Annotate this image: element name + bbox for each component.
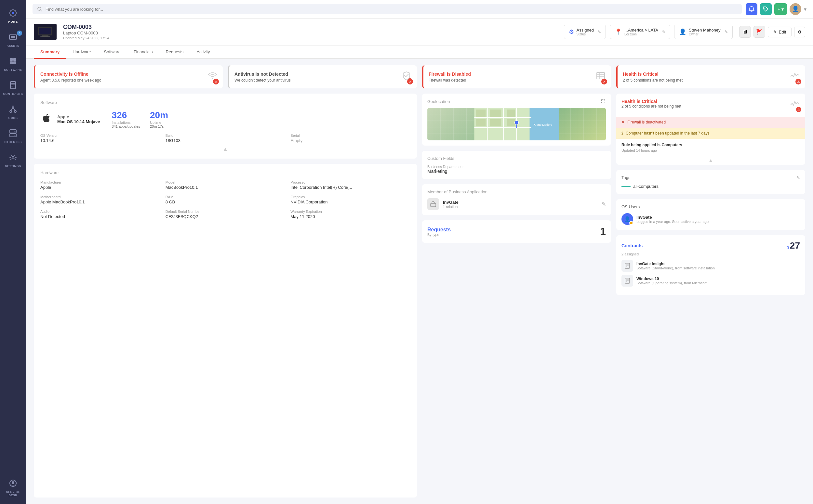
tab-hardware[interactable]: Hardware	[66, 45, 97, 59]
tab-financials[interactable]: Financials	[127, 45, 159, 59]
status-edit-icon[interactable]: ✎	[598, 30, 601, 34]
tags-edit-icon[interactable]: ✎	[796, 175, 800, 180]
sw-serial: Serial Empty	[290, 134, 410, 143]
user-menu-arrow[interactable]: ▾	[804, 6, 807, 12]
sidebar-item-software[interactable]: SOFTWARE	[0, 52, 26, 75]
add-button[interactable]: + ▾	[774, 3, 787, 15]
connectivity-title: Connectivity is Offline	[40, 71, 101, 77]
health-alert-update: ℹ Computer hasn't been updated in the la…	[616, 128, 805, 139]
connectivity-badge: ✕	[213, 79, 219, 84]
sw-serial-value: Empty	[290, 138, 410, 143]
connectivity-icon: ✕	[207, 71, 218, 83]
settings-button[interactable]: ⚙	[794, 27, 805, 37]
cmdb-icon	[7, 103, 19, 115]
assets-badge: 5	[17, 31, 22, 36]
sw-uptime: 20m Uptime 20m 17s	[150, 110, 168, 128]
sidebar-item-contracts-label: CONTRACTS	[3, 92, 23, 96]
contract-desc-0: Software (Stand-alone), from software in…	[637, 266, 715, 270]
sidebar-item-assets[interactable]: 5 ASSETS	[0, 28, 26, 51]
hw-grid: Manufacturer Apple Model MacBookPro10,1 …	[40, 180, 410, 219]
user-avatar-icon: 👤	[622, 213, 633, 225]
svg-rect-40	[597, 72, 604, 79]
sw-uptime-count: 20m	[150, 110, 168, 121]
health-alert-firewall: ✕ Firewall is deactivated	[616, 117, 805, 128]
health-rule-name: Computers	[662, 143, 682, 147]
req-header: Requests By type 1	[427, 226, 606, 238]
tab-software[interactable]: Software	[97, 45, 127, 59]
sidebar-item-settings-label: SETTINGS	[5, 164, 21, 168]
svg-rect-9	[10, 58, 13, 61]
search-input[interactable]	[45, 7, 738, 12]
sidebar-item-contracts[interactable]: CONTRACTS	[0, 76, 26, 99]
sidebar-item-service-desk-label: SERVICE DESK	[3, 490, 23, 497]
svg-point-19	[14, 110, 16, 112]
hw-serial-value: CF2J3FSQCKQ2	[165, 214, 286, 219]
ba-relations: 1 relation	[443, 205, 458, 209]
svg-point-36	[212, 78, 213, 79]
hw-audio-label: Audio	[40, 210, 160, 213]
sw-vendor: Apple	[57, 114, 100, 119]
notification-button[interactable]	[746, 3, 757, 15]
svg-point-31	[765, 8, 766, 9]
ou-description: Logged in a year ago. Seen active a year…	[637, 220, 710, 224]
hw-graphics-value: NVIDIA Corporation	[290, 200, 410, 204]
svg-rect-54	[490, 119, 501, 126]
antivirus-desc: We couldn't detect your antivirus	[235, 78, 291, 83]
sidebar-item-home-label: HOME	[8, 20, 18, 23]
connectivity-desc: Agent 3.5.0 reported one week ago	[40, 78, 101, 83]
geo-section: Geolocation	[422, 94, 611, 146]
health-rule: Rule being applied is Computers Updated …	[616, 139, 805, 156]
software-collapse[interactable]: ▲	[40, 146, 410, 152]
custom-fields-title: Custom Fields	[427, 156, 606, 161]
sidebar-item-cmdb[interactable]: CMDB	[0, 100, 26, 123]
hw-processor-label: Processor	[290, 180, 410, 184]
health-panel-badge: ⚠	[796, 107, 801, 112]
sw-stats: 326 Installations 341 apps/updates 20m U…	[112, 110, 168, 128]
health-collapse[interactable]: ▲	[616, 156, 805, 165]
search-box[interactable]	[32, 4, 742, 14]
status-tag[interactable]: ⚙ Assigned Status ✎	[564, 25, 606, 39]
settings-icon	[7, 151, 19, 163]
connectivity-text: Connectivity is Offline Agent 3.5.0 repo…	[40, 71, 101, 83]
contract-info-0: InvGate Insight Software (Stand-alone), …	[637, 262, 715, 270]
antivirus-card: Antivirus is not Detected We couldn't de…	[228, 65, 417, 88]
sidebar-item-settings[interactable]: SETTINGS	[0, 148, 26, 171]
topbar: + ▾ 👤 ▾	[26, 0, 813, 19]
sidebar-item-assets-label: ASSETS	[6, 44, 19, 47]
software-icon	[7, 55, 19, 67]
antivirus-icon: ✕	[401, 71, 412, 83]
contracts-icon	[7, 79, 19, 91]
location-label: Location	[625, 32, 658, 36]
sidebar: HOME 5 ASSETS SOFTWARE	[0, 0, 26, 504]
flag-button[interactable]: 🚩	[754, 26, 765, 38]
svg-rect-7	[11, 36, 15, 38]
contract-item-0: InvGate Insight Software (Stand-alone), …	[622, 260, 800, 272]
add-icon: +	[778, 7, 780, 12]
owner-tag[interactable]: 👤 Steven Mahoney Owner ✎	[674, 25, 733, 39]
os-users-card: OS Users 👤 InvGate Logged in a year ago.…	[616, 199, 805, 230]
sidebar-item-service-desk[interactable]: SERVICE DESK	[0, 474, 26, 500]
location-edit-icon[interactable]: ✎	[662, 30, 665, 34]
requests-section: Requests By type 1	[422, 220, 611, 243]
location-tag[interactable]: 📍 ...America > LATA Location ✎	[610, 25, 670, 39]
user-avatar[interactable]: 👤	[790, 3, 801, 15]
health-alert-red-icon: ✕	[622, 120, 625, 124]
geo-title-label: Geolocation	[427, 99, 450, 104]
tab-activity[interactable]: Activity	[190, 45, 216, 59]
tab-requests[interactable]: Requests	[159, 45, 190, 59]
edit-button[interactable]: ✎ Edit	[768, 27, 792, 37]
apple-icon	[40, 112, 52, 127]
health-text: Health is Critical 2 of 5 conditions are…	[622, 99, 681, 109]
monitor-button[interactable]: 🖥	[739, 26, 751, 38]
svg-rect-12	[13, 61, 16, 64]
hw-warranty-label: Warranty Expiration	[290, 210, 410, 213]
ba-edit-icon[interactable]: ✎	[601, 201, 606, 207]
sidebar-item-home[interactable]: HOME	[0, 4, 26, 27]
contract-icon-0	[622, 260, 633, 272]
sidebar-item-other-cis[interactable]: OTHER CIs	[0, 124, 26, 147]
svg-rect-60	[431, 203, 436, 207]
owner-edit-icon[interactable]: ✎	[725, 30, 728, 34]
geo-expand-icon[interactable]	[600, 99, 606, 104]
tags-button[interactable]	[760, 3, 772, 15]
tab-summary[interactable]: Summary	[34, 45, 66, 59]
